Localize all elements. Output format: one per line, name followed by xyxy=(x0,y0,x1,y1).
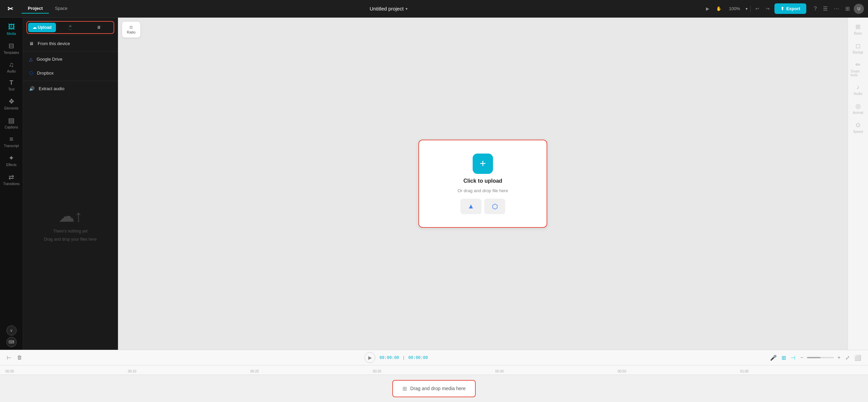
ruler-mark-2: 00:20 xyxy=(250,369,373,373)
dropbox-icon: ⬡ xyxy=(29,71,33,76)
play-button[interactable]: ▶ xyxy=(704,4,711,13)
templates-icon: ⊟ xyxy=(8,42,14,50)
more-button[interactable]: ⋯ xyxy=(832,3,841,14)
export-button[interactable]: ⬆ Export xyxy=(774,3,806,14)
timeline-controls: ⊢ 🗑 ▶ 00:00:00 | 00:00:00 🎤 ⊞ ⊣ − + ⤢ ⬜ xyxy=(0,350,868,365)
menu-item-google-drive[interactable]: △ Google Drive xyxy=(23,52,118,66)
sidebar-item-audio[interactable]: ♫ Audio xyxy=(2,58,21,76)
delete-button[interactable]: 🗑 xyxy=(16,353,24,362)
tab-project[interactable]: Project xyxy=(22,4,49,14)
effects-icon: ✦ xyxy=(8,154,14,162)
sidebar-label-transitions: Transitions xyxy=(3,182,20,186)
menu-item-from-device[interactable]: 🖥 From this device xyxy=(23,37,118,51)
right-label-background: Backgr xyxy=(853,51,863,54)
split-at-playhead-button[interactable]: ⊣ xyxy=(789,353,797,362)
sidebar-label-effects: Effects xyxy=(6,163,16,167)
project-title: Untitled project xyxy=(370,6,403,12)
plus-icon: + xyxy=(480,157,486,170)
upload-tab-mobile[interactable]: 📱 xyxy=(57,23,84,32)
upload-plus-button[interactable]: + xyxy=(473,154,493,174)
zoom-in-button[interactable]: + xyxy=(836,353,842,362)
avatar[interactable]: U xyxy=(854,4,864,14)
upload-tab-upload[interactable]: ☁ Upload xyxy=(28,23,56,32)
zoom-slider[interactable] xyxy=(807,357,834,358)
canvas-main: + Click to upload Or drag and drop file … xyxy=(118,18,848,350)
right-label-speed: Speed xyxy=(853,130,863,134)
sidebar-label-transcript: Transcript xyxy=(4,144,19,148)
extract-audio-icon: 🔊 xyxy=(29,86,35,91)
dropbox-upload-icon: ⬡ xyxy=(492,202,498,210)
menu-divider-1 xyxy=(23,51,118,52)
sidebar-item-text[interactable]: T Text xyxy=(2,77,21,94)
right-item-speed[interactable]: ⊙ Speed xyxy=(849,119,867,136)
ratio-button[interactable]: ⊡ Ratio xyxy=(122,22,140,38)
sidebar-item-templates[interactable]: ⊟ Templates xyxy=(2,39,21,57)
menu-item-dropbox[interactable]: ⬡ Dropbox xyxy=(23,66,118,80)
collapse-sidebar-button[interactable]: ∨ xyxy=(6,325,17,336)
canvas-toolbar: ⊡ Ratio xyxy=(122,22,140,38)
ruler-mark-5: 00:50 xyxy=(618,369,740,373)
separator xyxy=(750,5,751,12)
timeline-play-button[interactable]: ▶ xyxy=(364,352,375,363)
menu-item-extract-audio[interactable]: 🔊 Extract audio xyxy=(23,82,118,96)
google-drive-upload-button[interactable]: ▲ xyxy=(460,199,481,214)
upload-cloud-icon: ☁ xyxy=(33,25,37,30)
google-drive-icon: △ xyxy=(29,57,33,62)
right-item-smart-tools[interactable]: ✏ Smart tools xyxy=(849,58,867,80)
right-item-animate[interactable]: ◎ Animat xyxy=(849,100,867,117)
ratio-icon: ⊡ xyxy=(130,25,133,29)
drop-media-label: Drag and drop media here xyxy=(410,386,466,391)
right-item-audio[interactable]: ♪ Audio xyxy=(849,81,867,98)
upload-drop-zone[interactable]: + Click to upload Or drag and drop file … xyxy=(418,140,547,228)
empty-text-2: Drag and drop your files here xyxy=(44,237,97,242)
right-label-animate: Animat xyxy=(853,111,863,115)
upload-panel-header: ☁ Upload 📱 🖥 xyxy=(23,18,118,34)
sidebar-item-elements[interactable]: ❖ Elements xyxy=(2,95,21,113)
tab-space[interactable]: Space xyxy=(49,4,74,14)
sidebar-label-templates: Templates xyxy=(4,51,19,55)
right-item-background[interactable]: ◻ Backgr xyxy=(849,39,867,57)
screen-icon: 🖥 xyxy=(97,25,101,30)
sidebar-item-transcript[interactable]: ≡ Transcript xyxy=(2,133,21,150)
help-button[interactable]: ? xyxy=(812,4,819,14)
keyboard-shortcut-button[interactable]: ⌨ xyxy=(6,337,17,347)
expand-button[interactable]: ⤢ xyxy=(844,353,851,362)
export-icon: ⬆ xyxy=(781,6,784,11)
from-device-label: From this device xyxy=(38,41,70,46)
sidebar-label-text: Text xyxy=(8,87,14,91)
zoom-chevron-icon[interactable]: ▾ xyxy=(746,6,748,11)
upload-tabs: ☁ Upload 📱 🖥 xyxy=(26,21,114,34)
empty-text-1: There's nothing yet xyxy=(53,229,88,234)
upload-menu: 🖥 From this device △ Google Drive ⬡ Drop… xyxy=(23,34,118,98)
grid-snap-button[interactable]: ⊞ xyxy=(780,353,787,362)
redo-button[interactable]: ↪ xyxy=(764,4,772,13)
undo-button[interactable]: ↩ xyxy=(753,4,761,13)
menu-button[interactable]: ☰ xyxy=(821,3,830,14)
right-label-smart-tools: Smart tools xyxy=(851,69,866,77)
current-time-display: 00:00:00 xyxy=(379,355,399,360)
subtitles-button[interactable]: ⬜ xyxy=(853,353,863,362)
total-time-display: 00:00:00 xyxy=(408,355,428,360)
split-view-button[interactable]: ⊞ xyxy=(843,3,852,14)
ruler-mark-4: 00:40 xyxy=(495,369,618,373)
dropbox-upload-button[interactable]: ⬡ xyxy=(484,199,505,214)
speed-icon: ⊙ xyxy=(855,121,861,129)
sidebar-item-transitions[interactable]: ⇄ Transitions xyxy=(2,170,21,188)
drop-media-zone[interactable]: ⊞ Drag and drop media here xyxy=(392,380,476,397)
sidebar-item-effects[interactable]: ✦ Effects xyxy=(2,151,21,169)
upload-tab-screen[interactable]: 🖥 xyxy=(85,23,113,32)
sidebar-label-audio: Audio xyxy=(7,69,16,73)
trim-button[interactable]: ⊢ xyxy=(5,353,13,362)
sidebar-item-media[interactable]: 🖼 Media xyxy=(2,20,21,38)
ruler-marks: 00:00 00:10 00:20 00:30 00:40 00:50 01:0… xyxy=(5,369,863,373)
timeline-right-controls: 🎤 ⊞ ⊣ − + ⤢ ⬜ xyxy=(769,353,863,362)
right-item-basic[interactable]: ⊞ Basic xyxy=(849,20,867,38)
smart-tools-icon: ✏ xyxy=(855,61,861,68)
microphone-button[interactable]: 🎤 xyxy=(769,353,778,362)
audio-icon: ♫ xyxy=(9,61,14,68)
ruler-mark-0: 00:00 xyxy=(5,369,128,373)
hand-tool-button[interactable]: ✋ xyxy=(714,4,724,13)
zoom-out-button[interactable]: − xyxy=(799,353,805,362)
sidebar-item-captions[interactable]: ▤ Captions xyxy=(2,114,21,132)
project-title-area[interactable]: Untitled project ▾ xyxy=(370,6,408,12)
